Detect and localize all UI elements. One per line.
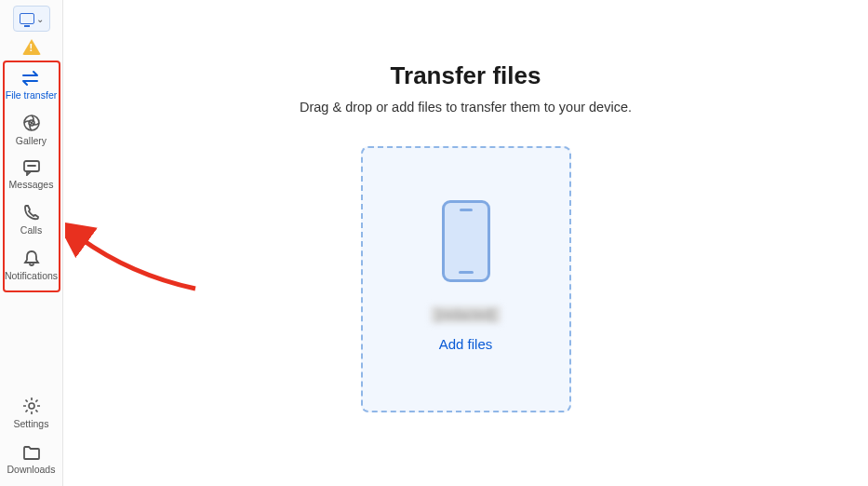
page-title: Transfer files [391, 61, 541, 90]
sidebar: ⌄ File transfer Gallery [0, 0, 63, 486]
nav-highlight-box: File transfer Gallery [3, 61, 60, 292]
file-dropzone[interactable]: [redacted] Add files [361, 146, 571, 412]
settings-icon [22, 397, 41, 415]
sidebar-item-settings[interactable]: Settings [0, 393, 62, 433]
sidebar-item-label: Downloads [7, 464, 56, 475]
sidebar-bottom: Settings Downloads [0, 393, 62, 479]
add-files-link[interactable]: Add files [439, 336, 493, 352]
page-subtitle: Drag & drop or add files to transfer the… [300, 100, 632, 115]
monitor-icon [20, 13, 34, 24]
transfer-icon [21, 70, 42, 87]
sidebar-item-notifications[interactable]: Notifications [5, 245, 59, 285]
bell-icon [22, 249, 41, 267]
sidebar-item-label: Settings [14, 418, 49, 429]
main-content: Transfer files Drag & drop or add files … [63, 0, 868, 486]
sidebar-item-calls[interactable]: Calls [5, 199, 59, 239]
phone-icon [442, 200, 490, 282]
sidebar-item-label: Notifications [5, 270, 58, 281]
sidebar-item-label: Calls [20, 224, 42, 236]
svg-point-3 [29, 403, 34, 409]
sidebar-item-downloads[interactable]: Downloads [0, 440, 62, 479]
device-name: [redacted] [431, 306, 500, 323]
sidebar-item-file-transfer[interactable]: File transfer [5, 66, 59, 104]
sidebar-item-gallery[interactable]: Gallery [5, 110, 59, 150]
gallery-icon [22, 114, 41, 132]
sidebar-item-messages[interactable]: Messages [5, 155, 59, 194]
calls-icon [22, 203, 41, 222]
downloads-icon [22, 444, 41, 461]
chevron-down-icon: ⌄ [36, 14, 44, 24]
sidebar-item-label: Gallery [16, 135, 47, 146]
messages-icon [22, 159, 41, 176]
sidebar-item-label: Messages [9, 179, 54, 190]
device-selector[interactable]: ⌄ [13, 6, 50, 32]
sidebar-item-label: File transfer [6, 89, 57, 101]
warning-icon[interactable] [22, 39, 41, 55]
